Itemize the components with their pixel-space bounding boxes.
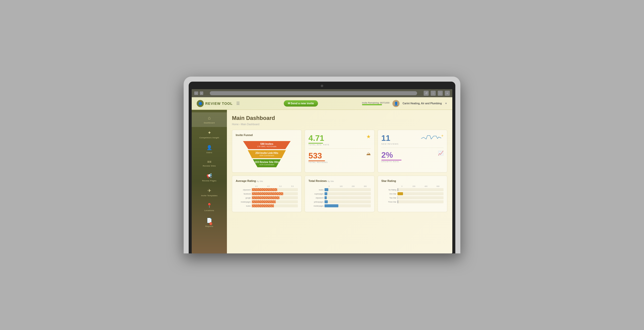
tr-bar-row-kudzu: kudzu bbox=[308, 188, 371, 191]
sidebar-item-reports[interactable]: 📄 1 Reports bbox=[192, 215, 227, 230]
total-reviews-info: 533 TOTAL REVIEWS bbox=[308, 151, 328, 163]
mountain-icon: ⛰ bbox=[366, 151, 371, 156]
tr-bar-row-superpages: superpages bbox=[308, 192, 371, 195]
main-content: Main Dashboard Home › Main Dashboard Inv… bbox=[227, 110, 452, 253]
reviews-chart-icon: ⛰ bbox=[366, 151, 371, 156]
invite-remaining-label: Invite Remaining: 997/1000 bbox=[362, 102, 390, 104]
funnel-container: 590 Invites 178 SMS, 412 Emails 254 Invi… bbox=[236, 140, 298, 169]
ratings-card: 4.71 TOTAL AVG. RATE ★ bbox=[305, 130, 374, 173]
axis-label-3: 5.5 bbox=[287, 185, 298, 187]
tr-bar-label-superpages: superpages bbox=[308, 193, 324, 195]
reload-button[interactable]: ↺ bbox=[424, 91, 429, 96]
invite-funnel-title: Invite Funnel bbox=[236, 134, 298, 137]
sidebar: ⌂ Dashboard ✦ Competitors Insight 👤 User… bbox=[192, 110, 227, 253]
funnel-level-2: 254 Invite Link Hits 43% Conversion bbox=[246, 150, 288, 158]
sparkline-svg bbox=[421, 134, 441, 141]
avg-rate-value: 4.71 bbox=[308, 134, 329, 143]
star-rating-bar-chart: 0 200 400 600 No Rating bbox=[381, 185, 444, 203]
sr-bar-fill-threestar bbox=[397, 200, 398, 203]
sr-bar-bg-norating bbox=[397, 188, 444, 191]
tr-bar-label-kudzu: kudzu bbox=[308, 189, 324, 191]
plus-icon: + bbox=[441, 134, 444, 138]
add-button[interactable]: + bbox=[445, 91, 450, 96]
url-bar[interactable] bbox=[210, 91, 417, 95]
bar-fill-google bbox=[252, 196, 279, 199]
tr-bar-row-insiderpages: insiderpages bbox=[308, 204, 371, 207]
sidebar-label-dashboard: Dashboard bbox=[204, 122, 215, 124]
hamburger-menu[interactable]: ☰ bbox=[236, 101, 240, 106]
bar-label-kudzu: kudzu bbox=[236, 205, 251, 207]
tr-bar-bg-citysearch bbox=[325, 196, 371, 199]
total-reviews-chart-title: Total Reviews By Site bbox=[308, 179, 371, 182]
total-reviews-label: TOTAL REVIEWS bbox=[308, 161, 328, 163]
avg-rate-info: 4.71 TOTAL AVG. RATE bbox=[308, 134, 329, 146]
new-reviews-sparkline: + bbox=[421, 134, 444, 142]
dashboard-icon: ⌂ bbox=[208, 115, 211, 121]
total-reviews-chart-card: Total Reviews By Site 0 100 200 300 bbox=[305, 176, 374, 212]
star-icon: ★ bbox=[366, 134, 371, 139]
tr-bar-fill-insiderpages bbox=[325, 204, 338, 207]
funnel-level1-label: 590 Invites bbox=[260, 143, 273, 145]
bar-row-citysearch: citysearch bbox=[236, 188, 298, 191]
bar-bg-insiderpages bbox=[252, 200, 298, 203]
tr-bar-bg-superpages bbox=[325, 192, 371, 195]
avg-rate-label: TOTAL AVG. RATE bbox=[308, 144, 329, 146]
sidebar-label-invite-templates: Invite Templates bbox=[201, 194, 218, 197]
trending-up-icon: 📈 bbox=[438, 151, 444, 156]
invite-progress-bar bbox=[362, 104, 382, 105]
logo-area: 🔵 Review Tool ☰ bbox=[197, 100, 240, 107]
sidebar-label-locations: Locations bbox=[205, 209, 214, 212]
tr-bar-bg-yellowpages bbox=[325, 200, 371, 203]
user-name: Carini Heating, Air and Plumbing bbox=[403, 102, 442, 105]
avg-rating-chart-title: Average Rating By Site bbox=[236, 179, 298, 182]
breadcrumb-home[interactable]: Home bbox=[232, 123, 239, 126]
reports-badge: 1 bbox=[209, 222, 212, 225]
funnel-level3-label: 103 Review Site Hits bbox=[255, 161, 279, 163]
total-reviews-row: 533 TOTAL REVIEWS ⛰ bbox=[308, 151, 371, 163]
axis-label-1: 4.5 bbox=[263, 185, 274, 187]
back-button[interactable]: ‹ bbox=[194, 91, 198, 95]
review-pages-icon: 📢 bbox=[207, 173, 212, 179]
sidebar-label-review-pages: Review Pages bbox=[202, 180, 216, 182]
sidebar-item-locations[interactable]: 📍 Locations bbox=[192, 200, 227, 215]
app-header: 🔵 Review Tool ☰ ✉ Send a new invite Invi… bbox=[192, 97, 452, 110]
sr-bar-fill-norating bbox=[397, 188, 398, 191]
sr-bar-row-threestar: Three Star bbox=[381, 200, 444, 203]
send-invite-button[interactable]: ✉ Send a new invite bbox=[284, 100, 318, 107]
bookmark-button[interactable]: □ bbox=[438, 91, 443, 96]
invite-funnel-card: Invite Funnel 590 Invites 178 SMS, 412 E… bbox=[232, 130, 302, 173]
sidebar-item-invite-templates[interactable]: ✈ Invite Templates bbox=[192, 185, 227, 200]
sidebar-label-competitors: Competitors Insight bbox=[199, 137, 219, 139]
avatar: 👤 bbox=[392, 100, 399, 107]
avg-rate-star: ★ bbox=[366, 134, 371, 140]
bar-label-citysearch: citysearch bbox=[236, 189, 251, 191]
share-button[interactable]: ↑ bbox=[431, 91, 436, 96]
sidebar-item-users[interactable]: 👤 Users bbox=[192, 142, 227, 157]
user-dropdown-icon[interactable]: ▼ bbox=[445, 102, 447, 105]
bar-label-facebook: facebook bbox=[236, 193, 251, 195]
sidebar-label-reports: Reports bbox=[205, 225, 213, 227]
sr-bar-fill-onestar bbox=[397, 192, 403, 195]
sidebar-item-review-sites[interactable]: ≡≡ Review Sites bbox=[192, 157, 227, 170]
logo-icon: 🔵 bbox=[197, 100, 204, 107]
sidebar-item-review-pages[interactable]: 📢 Review Pages bbox=[192, 170, 227, 185]
bar-row-insiderpages: insiderpages bbox=[236, 200, 298, 203]
header-right: Invite Remaining: 997/1000 👤 Carini Heat… bbox=[362, 100, 447, 107]
total-reviews-axis: 0 100 200 300 bbox=[324, 185, 371, 187]
sidebar-item-competitors[interactable]: ✦ Competitors Insight bbox=[192, 127, 227, 142]
invite-templates-icon: ✈ bbox=[208, 188, 211, 193]
star-rating-chart-card: Star Rating 0 200 400 600 bbox=[378, 176, 447, 212]
tr-bar-label-yellowpages: yellowpages bbox=[308, 201, 324, 203]
funnel-level2-label: 254 Invite Link Hits bbox=[255, 152, 278, 154]
forward-button[interactable]: › bbox=[200, 91, 203, 95]
sr-bar-label-norating: No Rating bbox=[381, 189, 396, 191]
locations-icon: 📍 bbox=[207, 203, 212, 208]
sr-bar-bg-twostar bbox=[397, 196, 444, 199]
tr-axis-0: 0 bbox=[324, 185, 335, 187]
breadcrumb-separator: › bbox=[239, 123, 240, 126]
app-body: ⌂ Dashboard ✦ Competitors Insight 👤 User… bbox=[192, 110, 452, 253]
sidebar-item-dashboard[interactable]: ⌂ Dashboard bbox=[192, 112, 227, 127]
breadcrumb-current: Main Dashboard bbox=[241, 123, 259, 126]
app-container: 🔵 Review Tool ☰ ✉ Send a new invite Invi… bbox=[192, 97, 452, 253]
dashboard-bottom-row: Average Rating By Site 4.0 4.5 5.0 5.5 bbox=[232, 176, 447, 212]
